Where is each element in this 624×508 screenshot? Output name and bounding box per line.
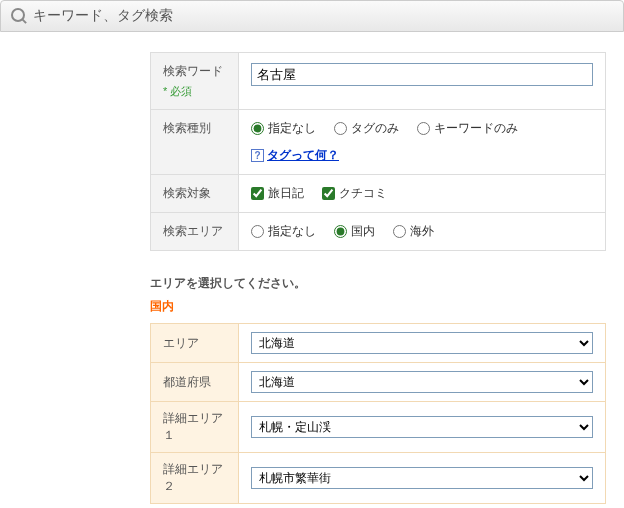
area-select-table: エリア 北海道 都道府県 北海道 詳細エリア１ 札幌・定山渓 詳細エリア２ 札幌…: [150, 323, 606, 504]
keyword-label-cell: 検索ワード * 必須: [151, 53, 239, 110]
type-radio-tag-input[interactable]: [334, 122, 347, 135]
type-radio-keyword-input[interactable]: [417, 122, 430, 135]
area-radio-domestic[interactable]: 国内: [334, 223, 375, 240]
type-label: 検索種別: [151, 110, 239, 175]
area-radio-none-input[interactable]: [251, 225, 264, 238]
area-scope-label: 検索エリア: [151, 213, 239, 251]
search-icon: [11, 8, 27, 24]
required-indicator: * 必須: [163, 84, 226, 99]
type-radio-keyword[interactable]: キーワードのみ: [417, 120, 518, 137]
area-radio-overseas-input[interactable]: [393, 225, 406, 238]
area-row-1-label: 都道府県: [151, 363, 239, 402]
type-radio-none-input[interactable]: [251, 122, 264, 135]
panel-header: キーワード、タグ検索: [0, 0, 624, 32]
target-check-review-input[interactable]: [322, 187, 335, 200]
area-instruction: エリアを選択してください。: [150, 275, 606, 292]
target-label: 検索対象: [151, 175, 239, 213]
keyword-label: 検索ワード: [163, 64, 223, 78]
help-icon: ?: [251, 149, 264, 162]
area-radio-none[interactable]: 指定なし: [251, 223, 316, 240]
target-check-diary[interactable]: 旅日記: [251, 185, 304, 202]
area-row-0-label: エリア: [151, 324, 239, 363]
target-check-diary-input[interactable]: [251, 187, 264, 200]
tag-help-link[interactable]: タグって何？: [267, 147, 339, 164]
detail-area-1-select[interactable]: 札幌・定山渓: [251, 416, 593, 438]
keyword-input[interactable]: [251, 63, 593, 86]
target-check-review[interactable]: クチコミ: [322, 185, 387, 202]
area-radio-domestic-input[interactable]: [334, 225, 347, 238]
area-select[interactable]: 北海道: [251, 332, 593, 354]
area-row-2-label: 詳細エリア１: [151, 402, 239, 453]
area-row-3-label: 詳細エリア２: [151, 453, 239, 504]
search-form-table: 検索ワード * 必須 検索種別 指定なし: [150, 52, 606, 251]
type-radio-none[interactable]: 指定なし: [251, 120, 316, 137]
area-heading: 国内: [150, 298, 606, 315]
area-radio-overseas[interactable]: 海外: [393, 223, 434, 240]
type-radio-tag[interactable]: タグのみ: [334, 120, 399, 137]
detail-area-2-select[interactable]: 札幌市繁華街: [251, 467, 593, 489]
panel-title: キーワード、タグ検索: [33, 7, 173, 25]
prefecture-select[interactable]: 北海道: [251, 371, 593, 393]
